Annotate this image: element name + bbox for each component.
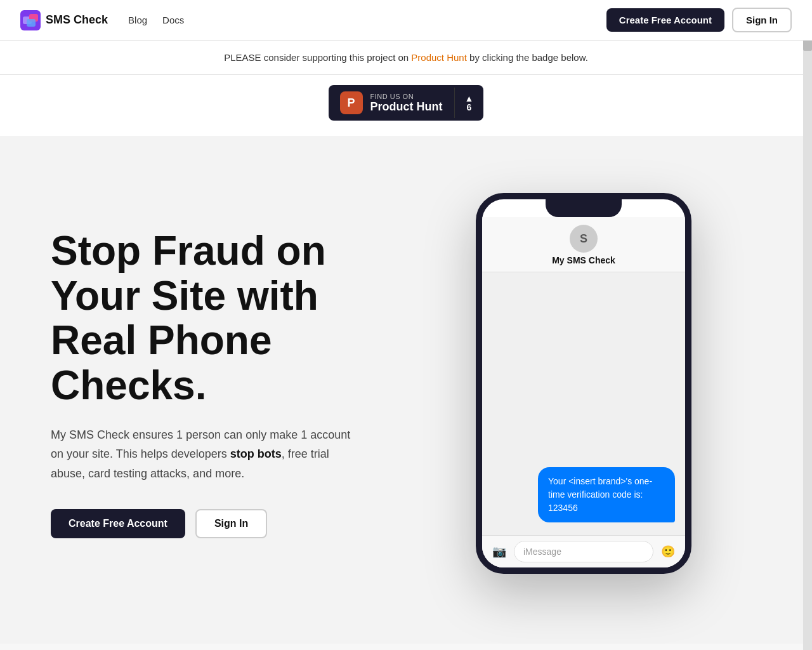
phone-notch: [546, 199, 622, 217]
hero-desc-bold: stop bots: [230, 448, 282, 460]
ph-arrow-icon: ▲: [465, 94, 474, 103]
sms-bubble-sent: Your <insert brand>'s one-time verificat…: [538, 467, 675, 522]
blog-link[interactable]: Blog: [128, 15, 147, 25]
nav-links: Blog Docs: [128, 15, 606, 25]
ph-name: Product Hunt: [370, 100, 443, 114]
ph-find-text: FIND US ON: [370, 93, 443, 100]
hero-content: Stop Fraud on Your Site with Real Phone …: [51, 229, 406, 538]
notice-text-after: by clicking the badge below.: [469, 52, 588, 63]
camera-icon: 📷: [490, 542, 509, 561]
brand-link[interactable]: SMS Check: [20, 10, 108, 30]
hero-description: My SMS Check ensures 1 person can only m…: [51, 425, 355, 484]
contact-avatar: S: [570, 225, 598, 253]
scrollbar[interactable]: [803, 0, 812, 644]
emoji-icon: 🙂: [658, 542, 678, 561]
hero-section: Stop Fraud on Your Site with Real Phone …: [0, 136, 812, 644]
navbar-actions: Create Free Account Sign In: [606, 8, 792, 32]
hero-phone: S My SMS Check Your <insert brand>'s one…: [406, 193, 761, 574]
notice-banner: PLEASE consider supporting this project …: [0, 41, 812, 75]
phone-screen: S My SMS Check Your <insert brand>'s one…: [482, 217, 685, 567]
product-hunt-link[interactable]: Product Hunt: [411, 52, 467, 63]
brand-icon: [20, 10, 41, 30]
navbar-signin-button[interactable]: Sign In: [732, 8, 792, 32]
notice-text-before: PLEASE consider supporting this project …: [224, 52, 409, 63]
navbar-cta-button[interactable]: Create Free Account: [606, 8, 724, 32]
ph-logo: P: [340, 91, 363, 114]
phone-frame: S My SMS Check Your <insert brand>'s one…: [476, 193, 691, 574]
hero-cta-button[interactable]: Create Free Account: [51, 509, 185, 538]
ph-vote-count: 6: [467, 103, 472, 112]
svg-rect-3: [27, 19, 36, 27]
ph-text-block: FIND US ON Product Hunt: [370, 93, 443, 114]
ph-badge-wrapper: P FIND US ON Product Hunt ▲ 6: [0, 75, 812, 136]
docs-link[interactable]: Docs: [162, 15, 184, 25]
hero-title: Stop Fraud on Your Site with Real Phone …: [51, 229, 406, 408]
hero-signin-button[interactable]: Sign In: [195, 509, 267, 538]
sms-header: S My SMS Check: [482, 217, 685, 272]
ph-badge[interactable]: P FIND US ON Product Hunt ▲ 6: [329, 85, 484, 121]
brand-name: SMS Check: [46, 13, 108, 27]
navbar: SMS Check Blog Docs Create Free Account …: [0, 0, 812, 41]
ph-vote: ▲ 6: [454, 88, 484, 118]
sms-input-field[interactable]: iMessage: [514, 541, 653, 562]
contact-name: My SMS Check: [492, 255, 675, 265]
hero-actions: Create Free Account Sign In: [51, 509, 406, 538]
sms-input-bar: 📷 iMessage 🙂: [482, 535, 685, 567]
ph-badge-left: P FIND US ON Product Hunt: [329, 85, 454, 121]
sms-messages: Your <insert brand>'s one-time verificat…: [482, 272, 685, 535]
